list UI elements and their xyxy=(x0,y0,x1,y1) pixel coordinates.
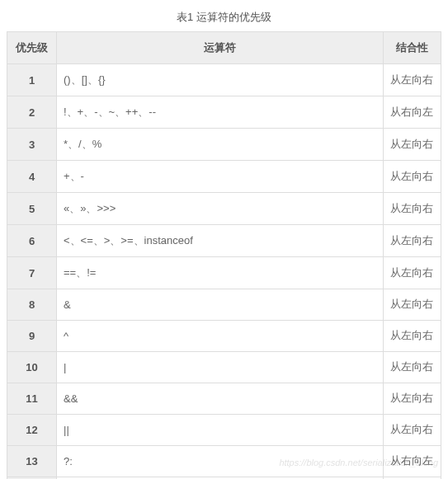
table-row: 11&&从左向右 xyxy=(7,383,441,415)
cell-assoc: 从左向右 xyxy=(384,383,441,415)
cell-operators: ==、!= xyxy=(57,257,384,289)
cell-operators: && xyxy=(57,383,384,415)
cell-priority: 11 xyxy=(7,383,57,415)
table-row: 5«、»、>>>从左向右 xyxy=(7,193,441,225)
cell-operators: & xyxy=(57,289,384,321)
cell-operators: <、<=、>、>=、instanceof xyxy=(57,225,384,257)
table-row: 13?:从右向左 xyxy=(7,446,441,477)
cell-priority: 4 xyxy=(7,161,57,193)
cell-priority: 6 xyxy=(7,225,57,257)
table-row: 4+、-从左向右 xyxy=(7,161,441,193)
table-header-row: 优先级 运算符 结合性 xyxy=(7,32,441,64)
cell-operators: | xyxy=(57,352,384,383)
table-row: 7==、!=从左向右 xyxy=(7,257,441,289)
cell-assoc: 从左向右 xyxy=(384,257,441,289)
cell-operators: *、/、% xyxy=(57,129,384,161)
cell-priority: 7 xyxy=(7,257,57,289)
cell-operators: !、+、-、~、++、-- xyxy=(57,96,384,129)
cell-assoc: 从左向右 xyxy=(384,225,441,257)
cell-priority: 2 xyxy=(7,96,57,129)
cell-assoc: 从右向左 xyxy=(384,96,441,129)
cell-assoc: 从左向右 xyxy=(384,289,441,321)
cell-operators: ?: xyxy=(57,446,384,477)
cell-priority: 12 xyxy=(7,415,57,446)
cell-priority: 10 xyxy=(7,352,57,383)
table-row: 1()、[]、{}从左向右 xyxy=(7,64,441,96)
cell-assoc: 从左向右 xyxy=(384,321,441,352)
cell-assoc: 从左向右 xyxy=(384,193,441,225)
cell-assoc: 从左向右 xyxy=(384,161,441,193)
cell-assoc: 从右向左 xyxy=(384,446,441,477)
operator-precedence-table: 优先级 运算符 结合性 1()、[]、{}从左向右2!、+、-、~、++、--从… xyxy=(7,31,441,479)
header-assoc: 结合性 xyxy=(384,32,441,64)
cell-assoc: 从左向右 xyxy=(384,352,441,383)
cell-assoc: 从左向右 xyxy=(384,129,441,161)
table-caption: 表1 运算符的优先级 xyxy=(7,7,441,31)
cell-operators: +、- xyxy=(57,161,384,193)
table-row: 10|从左向右 xyxy=(7,352,441,383)
cell-priority: 8 xyxy=(7,289,57,321)
table-row: 3*、/、%从左向右 xyxy=(7,129,441,161)
cell-operators: «、»、>>> xyxy=(57,193,384,225)
cell-priority: 1 xyxy=(7,64,57,96)
table-row: 6<、<=、>、>=、instanceof从左向右 xyxy=(7,225,441,257)
cell-priority: 5 xyxy=(7,193,57,225)
cell-priority: 3 xyxy=(7,129,57,161)
cell-assoc: 从左向右 xyxy=(384,64,441,96)
header-priority: 优先级 xyxy=(7,32,57,64)
cell-operators: ^ xyxy=(57,321,384,352)
table-body: 1()、[]、{}从左向右2!、+、-、~、++、--从右向左3*、/、%从左向… xyxy=(7,64,441,480)
cell-operators: || xyxy=(57,415,384,446)
cell-priority: 13 xyxy=(7,446,57,477)
header-operator: 运算符 xyxy=(57,32,384,64)
cell-operators: ()、[]、{} xyxy=(57,64,384,96)
table-row: 12||从左向右 xyxy=(7,415,441,446)
table-row: 9^从左向右 xyxy=(7,321,441,352)
table-row: 8&从左向右 xyxy=(7,289,441,321)
table-row: 2!、+、-、~、++、--从右向左 xyxy=(7,96,441,129)
cell-priority: 9 xyxy=(7,321,57,352)
cell-assoc: 从左向右 xyxy=(384,415,441,446)
